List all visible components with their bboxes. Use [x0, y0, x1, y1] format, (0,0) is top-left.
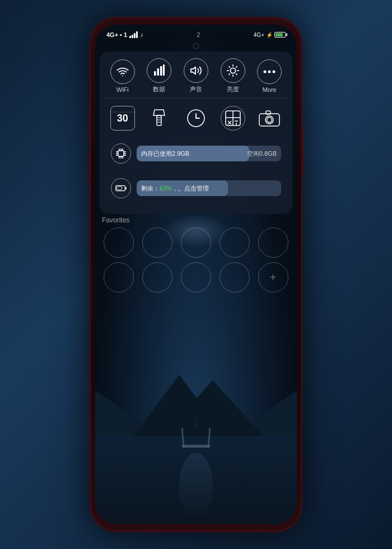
fav-slot-1-4[interactable]	[220, 227, 250, 258]
data-icon-circle	[147, 58, 171, 83]
notch-area	[95, 43, 297, 49]
phone-frame: 4G+ ▪ 1 ♪ 2 4G+ ⚡	[90, 17, 302, 532]
second-controls-row: 30	[104, 99, 288, 134]
memory-used-text: 内存已使用2.9GB	[141, 150, 189, 158]
battery-bar-container[interactable]: 剩余： 63% ，。点击管理	[104, 173, 288, 204]
status-left: 4G+ ▪ 1 ♪	[106, 31, 143, 38]
fav-slot-1-2[interactable]	[142, 227, 172, 258]
svg-point-17	[273, 70, 276, 73]
svg-line-9	[228, 67, 229, 67]
svg-rect-3	[160, 66, 162, 76]
camera-button[interactable]	[255, 104, 283, 132]
pier	[179, 425, 213, 448]
chip-svg	[114, 147, 128, 160]
calculator-button[interactable]	[219, 104, 247, 132]
battery-manage-icon	[111, 178, 131, 198]
wifi-control[interactable]: WiFi	[110, 59, 135, 93]
svg-point-16	[268, 70, 271, 73]
svg-point-35	[267, 118, 272, 123]
svg-rect-37	[118, 151, 124, 156]
brightness-icon-circle	[221, 58, 245, 83]
svg-marker-5	[191, 67, 195, 75]
charging-icon: ⚡	[266, 32, 273, 38]
flashlight-button[interactable]	[145, 104, 173, 132]
svg-rect-50	[116, 185, 125, 190]
wifi-icon-circle	[110, 59, 135, 84]
lake	[95, 436, 297, 524]
favorites-label: Favorites	[100, 216, 292, 224]
calendar-button[interactable]: 30	[109, 104, 137, 132]
ce-icon	[221, 106, 245, 131]
pier-figure	[195, 421, 197, 428]
more-svg	[263, 69, 276, 74]
status-center: 2	[197, 31, 200, 38]
memory-bar-text: 内存已使用2.9GB 空闲0.8GB	[137, 150, 281, 158]
chip-icon	[111, 143, 131, 164]
power-button[interactable]	[301, 130, 304, 175]
brightness-label: 亮度	[227, 85, 239, 94]
brightness-svg	[227, 64, 239, 77]
signal-bars	[129, 31, 138, 38]
status-right: 4G+ ⚡	[254, 32, 286, 38]
more-control[interactable]: More	[257, 59, 282, 93]
memory-bar-inner: 内存已使用2.9GB 空闲0.8GB	[137, 146, 281, 161]
center-text: 2	[197, 31, 200, 38]
calc-svg	[224, 109, 242, 127]
fav-add-button[interactable]: +	[258, 262, 288, 292]
favorites-row-2: +	[100, 262, 292, 292]
clock-button[interactable]	[182, 104, 210, 132]
sound-label: 声音	[190, 85, 202, 94]
battery-fill	[276, 33, 283, 36]
sound-icon-circle	[184, 58, 208, 83]
svg-rect-52	[117, 187, 122, 190]
svg-point-6	[230, 68, 235, 73]
lake-reflection	[179, 453, 213, 520]
signal-bar-3	[134, 33, 136, 38]
svg-rect-19	[157, 115, 161, 125]
signal-bar-2	[132, 35, 133, 38]
svg-point-0	[122, 75, 123, 76]
data-control[interactable]: 数据	[147, 58, 171, 94]
volume-down-button[interactable]	[88, 152, 91, 186]
sound-svg	[190, 64, 202, 77]
camera-svg	[259, 109, 280, 127]
fav-slot-2-3[interactable]	[181, 262, 211, 292]
battery-prefix: 剩余：	[141, 184, 160, 193]
ui-overlay: 4G+ ▪ 1 ♪ 2 4G+ ⚡	[95, 25, 297, 297]
svg-rect-4	[163, 64, 165, 76]
fav-slot-1-1[interactable]	[104, 227, 134, 258]
right-signal-text: 4G+	[254, 32, 264, 38]
battery-bar-text: 剩余： 63% ，。点击管理	[137, 184, 281, 193]
favorites-section: Favorites +	[100, 216, 292, 292]
top-controls-row: WiFi 数据	[104, 58, 288, 99]
memory-bar-container[interactable]: 内存已使用2.9GB 空闲0.8GB	[104, 138, 288, 169]
phone-screen: 4G+ ▪ 1 ♪ 2 4G+ ⚡	[95, 25, 297, 524]
fav-slot-2-2[interactable]	[142, 262, 172, 292]
svg-line-13	[228, 74, 229, 75]
calendar-number: 30	[117, 113, 128, 125]
battery-suffix: ，。点击管理	[172, 184, 209, 193]
battery-bar-inner: 剩余： 63% ，。点击管理	[137, 180, 281, 196]
front-camera	[193, 43, 199, 49]
svg-marker-18	[153, 110, 165, 115]
battery-bar-track: 剩余： 63% ，。点击管理	[137, 180, 281, 196]
status-bar: 4G+ ▪ 1 ♪ 2 4G+ ⚡	[95, 25, 297, 43]
brightness-control[interactable]: 亮度	[221, 58, 245, 94]
svg-line-10	[236, 74, 236, 75]
volume-up-button[interactable]	[88, 108, 91, 141]
wifi-label: WiFi	[116, 86, 129, 93]
signal-bar-4	[136, 31, 138, 38]
flashlight-svg	[152, 109, 166, 128]
sound-control[interactable]: 声音	[184, 58, 208, 94]
memory-free-text: 空闲0.8GB	[247, 150, 277, 158]
battery-icon	[274, 32, 286, 38]
fav-slot-1-3[interactable]	[181, 227, 211, 258]
clock-svg	[186, 108, 206, 128]
svg-line-14	[236, 67, 236, 67]
fav-slot-1-5[interactable]	[258, 227, 288, 258]
signal-text: 4G+ ▪ 1	[106, 31, 127, 38]
battery-percent-text: 63%	[160, 185, 172, 192]
fav-slot-2-1[interactable]	[104, 262, 134, 292]
data-svg	[153, 64, 165, 77]
fav-slot-2-4[interactable]	[220, 262, 250, 292]
